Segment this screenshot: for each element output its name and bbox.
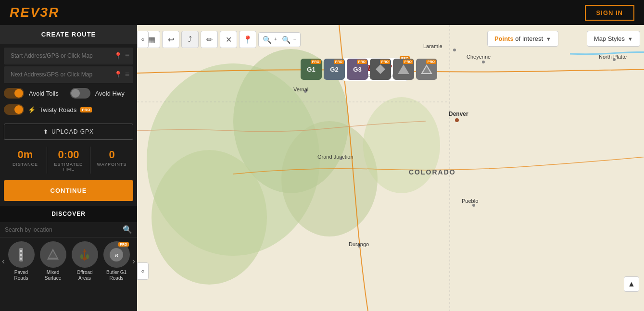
zoom-in-icon: 🔍 [263, 36, 272, 44]
poi-dropdown-arrow: ▼ [546, 36, 551, 42]
svg-marker-31 [398, 64, 409, 74]
card-mixed-surface[interactable]: MixedSurface [38, 241, 67, 281]
collapse-sidebar-button-bottom[interactable]: « [137, 262, 149, 280]
svg-point-22 [482, 61, 485, 63]
poi-dropdown: Points of Interest ▼ [487, 31, 558, 47]
pencil-icon: ✏ [206, 35, 213, 44]
time-value: 0:00 [49, 149, 88, 161]
discover-header: DISCOVER [0, 206, 137, 222]
continue-button[interactable]: CONTINUE [4, 180, 133, 201]
undo-icon: ↩ [168, 35, 174, 44]
route-icon-g3[interactable]: G3 PRO [347, 59, 368, 80]
butler-g1-icon: B PRO [103, 241, 130, 268]
paved-roads-icon [8, 241, 35, 268]
zoom-minus: − [293, 37, 296, 42]
diamond-pro-badge: PRO [380, 60, 390, 64]
card-butler-g1[interactable]: B PRO Butler G1Roads [102, 241, 130, 281]
distance-label: DISTANCE [6, 162, 45, 167]
zoom-out-button[interactable]: 🔍 − [280, 34, 298, 46]
undo-button[interactable]: ↩ [162, 31, 179, 48]
time-stat: 0:00 ESTIMATED TIME [47, 147, 90, 174]
avoid-tolls-toggle[interactable] [4, 88, 24, 99]
cards-prev-button[interactable]: ‹ [0, 256, 7, 266]
g2-pro-badge: PRO [334, 60, 344, 64]
header: REV3R SIGN IN [0, 0, 644, 25]
map-styles-dropdown: Map Styles ▼ [587, 31, 640, 47]
twisty-roads-row: ⚡ Twisty Roads PRO [4, 102, 133, 117]
mixed-surface-icon [40, 241, 66, 268]
zoom-out-icon: 🔍 [282, 36, 291, 44]
avoid-tolls-row: Avoid Tolls Avoid Hwy [4, 88, 133, 99]
logo: REV3R [10, 5, 59, 20]
route-icon-g1[interactable]: G1 PRO [301, 59, 322, 80]
poi-text-points: Points [494, 35, 514, 42]
avoid-hwy-label: Avoid Hwy [95, 90, 125, 97]
collapse-sidebar-button-top[interactable]: « [137, 31, 149, 48]
diamond-icon [374, 62, 387, 76]
svg-marker-30 [376, 64, 385, 74]
svg-point-10 [86, 254, 89, 259]
draw-button[interactable]: ✏ [201, 31, 218, 48]
svg-point-25 [304, 90, 307, 93]
cards-next-button[interactable]: › [130, 256, 137, 266]
poi-text-interest: Interest [522, 35, 543, 42]
sidebar: CREATE ROUTE 📍 ≡ 📍 ≡ Avoid Tolls Av [0, 25, 137, 311]
discover-search-input[interactable] [5, 226, 123, 233]
svg-point-9 [80, 254, 83, 259]
zoom-controls: 🔍 + 🔍 − [258, 32, 301, 47]
next-input-row: 📍 ≡ [4, 66, 133, 83]
card-offroad-areas[interactable]: OffroadAreas [70, 241, 99, 281]
map-toolbar: ▦ ↩ ⤴ ✏ ✕ 📍 🔍 + � [143, 31, 301, 48]
svg-point-23 [453, 49, 456, 51]
butler-pro-badge: PRO [118, 242, 128, 247]
route-icon-triangle2[interactable]: PRO [416, 59, 437, 80]
map-styles-label: Map Styles [594, 35, 625, 42]
pin-button[interactable]: 📍 [239, 31, 256, 48]
butler-g1-label: Butler G1Roads [106, 270, 126, 281]
close-route-button[interactable]: ✕ [220, 31, 237, 48]
route-icon-triangle1[interactable]: PRO [393, 59, 414, 80]
cards-scroll: PavedRoads MixedSurface [7, 241, 130, 281]
start-input[interactable] [8, 48, 112, 64]
twisty-roads-label: Twisty Roads [39, 106, 76, 113]
drag-handle-start[interactable]: ≡ [125, 51, 129, 60]
g3-label: G3 [353, 66, 361, 73]
route-icon-diamond[interactable]: PRO [370, 59, 391, 80]
drag-handle-next[interactable]: ≡ [125, 70, 129, 79]
route-icon-g2[interactable]: G2 PRO [324, 59, 345, 80]
grid-icon: ▦ [148, 35, 155, 44]
search-icon[interactable]: 🔍 [123, 225, 132, 234]
twisty-roads-toggle[interactable] [4, 104, 24, 115]
waypoints-value: 0 [92, 149, 131, 161]
toggles-section: Avoid Tolls Avoid Hwy ⚡ Twisty Roads PRO [0, 83, 137, 122]
svg-marker-7 [83, 249, 86, 252]
card-paved-roads[interactable]: PavedRoads [7, 241, 36, 281]
north-arrow-icon: ▲ [628, 280, 635, 288]
map-styles-button[interactable]: Map Styles ▼ [587, 31, 640, 47]
zoom-in-button[interactable]: 🔍 + [261, 34, 279, 46]
next-input[interactable] [8, 66, 112, 83]
map-area: Laramie Cheyenne North Platte Vernal Den… [137, 25, 644, 311]
avoid-hwy-toggle[interactable] [70, 88, 90, 99]
poi-label: Points of Interest [494, 35, 543, 42]
waypoints-stat: 0 WAYPOINTS [90, 147, 133, 174]
discover-cards-section: ‹ PavedRoads [0, 237, 137, 285]
sign-in-button[interactable]: SIGN IN [585, 5, 634, 21]
stats-row: 0m DISTANCE 0:00 ESTIMATED TIME 0 WAYPOI… [0, 142, 137, 178]
create-route-header: CREATE ROUTE [0, 25, 137, 44]
poi-dropdown-button[interactable]: Points of Interest ▼ [487, 31, 558, 47]
svg-point-26 [340, 157, 342, 160]
triangle1-pro-badge: PRO [403, 60, 413, 64]
route-turn-button[interactable]: ⤴ [181, 31, 199, 48]
discover-search-row: 🔍 [0, 222, 137, 237]
main-layout: CREATE ROUTE 📍 ≡ 📍 ≡ Avoid Tolls Av [0, 25, 644, 311]
svg-point-24 [613, 58, 616, 61]
svg-point-28 [358, 245, 361, 248]
north-indicator[interactable]: ▲ [624, 276, 639, 292]
distance-value: 0m [6, 149, 45, 161]
map-styles-arrow: ▼ [628, 36, 633, 42]
triangle2-pro-badge: PRO [426, 60, 436, 64]
mixed-surface-label: MixedSurface [45, 270, 61, 281]
waypoints-label: WAYPOINTS [92, 162, 131, 167]
upload-gpx-button[interactable]: ⬆ UPLOAD GPX [4, 124, 133, 140]
